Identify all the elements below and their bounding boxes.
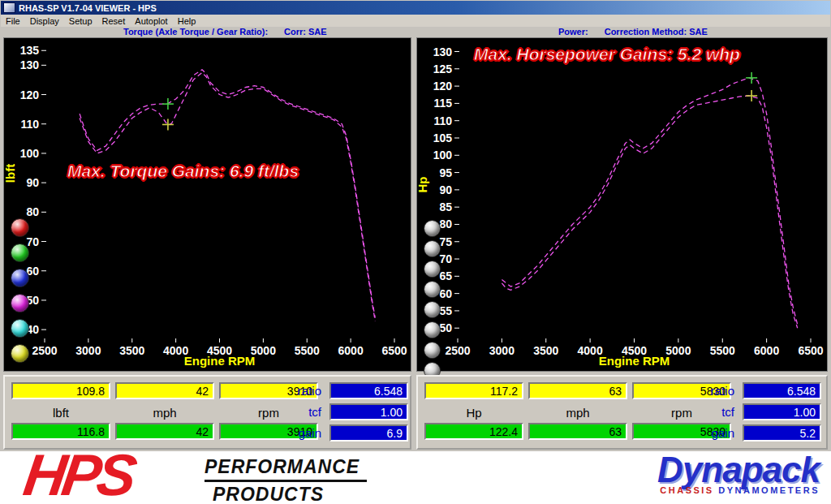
power-run2-value: 122.4: [424, 423, 523, 440]
svg-text:80: 80: [439, 218, 452, 230]
torque-unit-label: lbft: [11, 406, 110, 420]
svg-text:6000: 6000: [754, 344, 779, 357]
power-gain-label: gain: [684, 426, 734, 440]
svg-text:Engine RPM: Engine RPM: [184, 354, 256, 368]
svg-text:5500: 5500: [710, 344, 735, 357]
app-window: RHAS-SP V1.7-04 VIEWER - HPS FileDisplay…: [0, 0, 831, 504]
trace-color-button-5[interactable]: [11, 344, 29, 363]
svg-text:6500: 6500: [798, 344, 823, 357]
svg-text:55: 55: [439, 304, 452, 317]
svg-text:3000: 3000: [489, 344, 515, 357]
menu-item-display[interactable]: Display: [25, 16, 64, 26]
app-icon: [3, 2, 15, 13]
power-tcf-label: tcf: [684, 405, 734, 419]
dynapack-word: Dynapack: [657, 450, 820, 490]
svg-text:6000: 6000: [338, 344, 364, 357]
svg-text:75: 75: [439, 235, 452, 248]
trace-grey-button-1[interactable]: [424, 240, 441, 257]
svg-text:125: 125: [433, 62, 453, 75]
svg-text:3500: 3500: [119, 344, 144, 357]
power-tcf-value: 1.00: [743, 403, 821, 420]
svg-text:85: 85: [439, 200, 452, 213]
svg-text:110: 110: [20, 118, 39, 131]
menu-item-setup[interactable]: Setup: [64, 16, 97, 26]
torque-run2-value: 116.8: [11, 423, 110, 440]
power-correction-label: Correction Method: SAE: [605, 27, 708, 37]
power-ratio-value: 6.548: [743, 382, 821, 399]
svg-text:65: 65: [439, 269, 452, 282]
window-title: RHAS-SP V1.7-04 VIEWER - HPS: [19, 3, 157, 13]
menu-item-autoplot[interactable]: Autoplot: [130, 16, 172, 26]
torque-ratio-label: ratio: [271, 384, 321, 398]
svg-text:Engine RPM: Engine RPM: [599, 354, 670, 368]
chart-svg: 5055606570758085909510010511011512012513…: [417, 38, 827, 371]
svg-text:120: 120: [20, 88, 40, 101]
power-header-label: Power:: [558, 27, 588, 37]
performance-word: PERFORMANCE: [205, 456, 367, 478]
svg-text:115: 115: [433, 97, 452, 110]
trace-color-button-1[interactable]: [11, 243, 29, 262]
trace-color-button-4[interactable]: [11, 319, 29, 338]
svg-text:70: 70: [439, 252, 452, 265]
trace-color-button-column: [11, 218, 29, 369]
svg-text:130: 130: [20, 58, 40, 71]
logo-strip: HPS PERFORMANCE PRODUCTS Dynapack CHASSI…: [0, 451, 831, 504]
power-run1-value: 117.2: [424, 382, 523, 399]
svg-text:6500: 6500: [381, 344, 407, 357]
power-mph-label: mph: [528, 406, 627, 420]
svg-text:2500: 2500: [445, 344, 470, 357]
svg-text:100: 100: [20, 147, 40, 160]
torque-tcf-value: 1.00: [329, 403, 408, 420]
power-chart: 5055606570758085909510010511011512012513…: [417, 38, 827, 371]
trace-color-button-0[interactable]: [11, 218, 29, 237]
trace-grey-button-4[interactable]: [424, 301, 441, 318]
svg-text:135: 135: [20, 44, 40, 57]
svg-text:105: 105: [433, 131, 453, 144]
torque-mph-label: mph: [115, 406, 214, 420]
torque-chart: 4050607080901001101201301352500300035004…: [4, 38, 411, 371]
torque-chart-panel: 4050607080901001101201301352500300035004…: [3, 37, 411, 372]
power-run2-mph: 63: [528, 423, 627, 440]
trace-grey-button-6[interactable]: [424, 342, 441, 359]
chart-svg: 4050607080901001101201301352500300035004…: [4, 38, 411, 371]
trace-grey-button-5[interactable]: [424, 321, 441, 338]
menu-bar: FileDisplaySetupResetAutoplotHelp: [1, 15, 830, 27]
svg-text:50: 50: [439, 321, 452, 334]
power-ratio-label: ratio: [684, 384, 734, 398]
svg-text:3000: 3000: [75, 344, 101, 357]
svg-text:95: 95: [439, 166, 452, 179]
chart-header-strip: Torque (Axle Torque / Gear Ratio):Corr: …: [0, 27, 831, 37]
trace-color-button-2[interactable]: [11, 269, 29, 287]
torque-run1-value: 109.8: [11, 382, 110, 399]
performance-rule: [205, 480, 367, 482]
torque-y-axis-label: lbft: [3, 164, 17, 183]
dynapack-logo: Dynapack CHASSIS DYNAMOMETERS: [657, 450, 820, 495]
title-bar[interactable]: RHAS-SP V1.7-04 VIEWER - HPS: [1, 1, 830, 15]
menu-item-reset[interactable]: Reset: [97, 16, 131, 26]
torque-gains-annotation: Max. Torque Gains: 6.9 ft/lbs: [67, 162, 299, 181]
power-run1-mph: 63: [528, 382, 627, 399]
svg-text:110: 110: [433, 114, 452, 127]
svg-text:90: 90: [439, 183, 452, 196]
trace-grey-button-column: [424, 220, 441, 382]
trace-grey-button-0[interactable]: [424, 220, 441, 237]
products-word: PRODUCTS: [205, 484, 367, 504]
trace-grey-button-3[interactable]: [424, 281, 441, 298]
torque-gain-label: gain: [271, 426, 321, 440]
svg-text:3500: 3500: [533, 344, 558, 357]
svg-text:100: 100: [433, 149, 453, 162]
torque-header-label: Torque (Axle Torque / Gear Ratio):: [123, 27, 268, 37]
trace-grey-button-2[interactable]: [424, 261, 441, 278]
hps-logo: HPS: [19, 442, 137, 504]
menu-item-help[interactable]: Help: [173, 16, 201, 26]
power-gain-value: 5.2: [743, 424, 821, 442]
torque-run2-mph: 42: [115, 423, 214, 440]
dynapack-subtitle: CHASSIS DYNAMOMETERS: [657, 485, 820, 495]
chassis-word: CHASSIS: [660, 485, 713, 495]
menu-item-file[interactable]: File: [1, 16, 25, 26]
torque-tcf-label: tcf: [271, 405, 321, 419]
svg-text:2500: 2500: [32, 344, 57, 357]
power-gains-annotation: Max. Horsepower Gains: 5.2 whp: [474, 45, 740, 64]
trace-color-button-3[interactable]: [11, 294, 29, 312]
torque-run1-mph: 42: [115, 382, 214, 399]
